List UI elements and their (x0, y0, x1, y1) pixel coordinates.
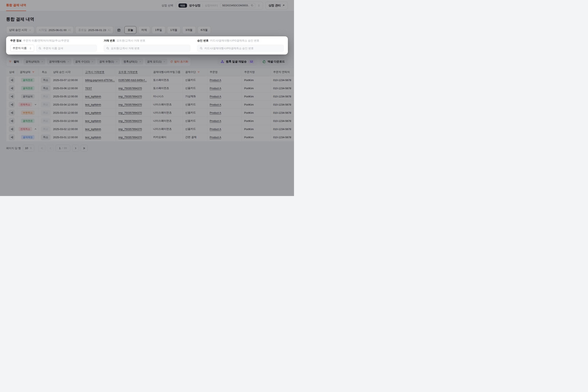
transaction-search-input[interactable] (111, 47, 188, 50)
search-icon (200, 47, 203, 50)
section-hint: 포트원/고객사 거래 번호 (116, 39, 145, 42)
section-title: 거래 번호 (104, 39, 115, 42)
modal-backdrop[interactable] (0, 0, 294, 196)
search-panel: 주문 정보 주문자 이름/연락처/이메일/주소/주문명 주문자 이름 거래 번호… (6, 36, 288, 54)
search-section-order: 주문 정보 주문자 이름/연락처/이메일/주소/주문명 주문자 이름 (10, 39, 97, 52)
chevron-updown-icon (29, 47, 32, 50)
section-title: 승인 번호 (197, 39, 209, 42)
section-title: 주문 정보 (10, 39, 22, 42)
search-icon (106, 47, 109, 50)
order-search-input[interactable] (43, 47, 94, 50)
search-section-approval: 승인 번호 카드사/결제대행사/PG결제취소 승인 번호 (197, 39, 284, 52)
section-hint: 카드사/결제대행사/PG결제취소 승인 번호 (210, 39, 259, 42)
search-icon (38, 47, 42, 50)
approval-search-input[interactable] (204, 47, 281, 50)
order-search-field-select[interactable]: 주문자 이름 (10, 45, 34, 52)
order-search-field-value: 주문자 이름 (13, 46, 27, 50)
search-section-transaction: 거래 번호 포트원/고객사 거래 번호 (104, 39, 190, 52)
section-hint: 주문자 이름/연락처/이메일/주소/주문명 (23, 39, 69, 42)
